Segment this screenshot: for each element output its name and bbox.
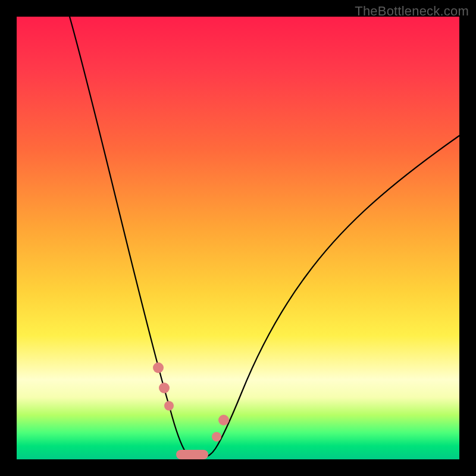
- curve-marker: [164, 401, 174, 411]
- curve-marker: [159, 383, 170, 393]
- plot-area: [17, 17, 459, 459]
- curve-marker: [153, 362, 164, 373]
- curve-minimum-marker: [176, 450, 208, 459]
- bottleneck-curve: [70, 17, 459, 458]
- curve-svg: [17, 17, 459, 459]
- watermark: TheBottleneck.com: [355, 4, 469, 19]
- curve-marker: [212, 432, 221, 441]
- outer-frame: TheBottleneck.com: [0, 0, 476, 476]
- curve-marker: [218, 415, 229, 425]
